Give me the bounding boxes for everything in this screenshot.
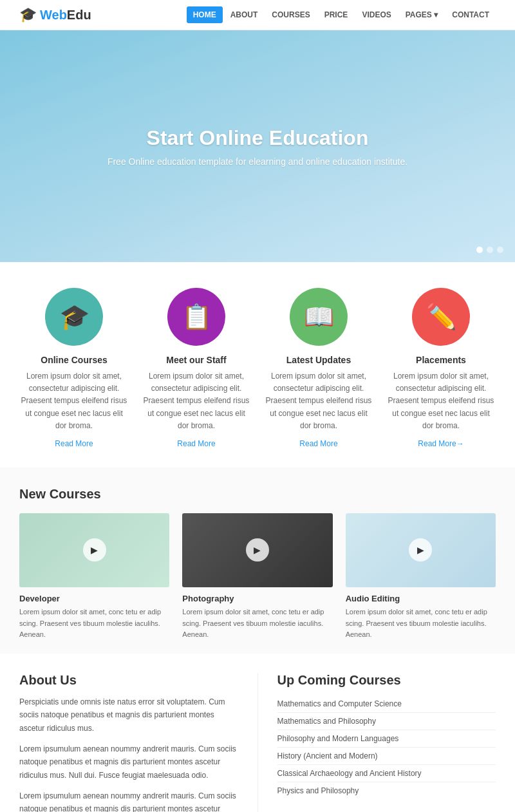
nav-item-videos[interactable]: VIDEOS	[355, 6, 397, 23]
feature-item-2: 📖 Latest Updates Lorem ipsum dolor sit a…	[264, 288, 373, 448]
about-us: About Us Perspiciatis unde omnis iste na…	[19, 673, 258, 812]
feature-text-2: Lorem ipsum dolor sit amet, consectetur …	[264, 370, 373, 432]
feature-link-1[interactable]: Read More	[177, 439, 215, 448]
features-section: 🎓 Online Courses Lorem ipsum dolor sit a…	[0, 262, 515, 467]
hero-dot-1[interactable]	[476, 247, 483, 253]
logo-cap-icon: 🎓	[19, 6, 37, 23]
feature-title-0: Online Courses	[19, 355, 129, 365]
new-courses-title: New Courses	[19, 487, 496, 502]
feature-icon-1: 📋	[167, 288, 225, 346]
hero-content: Start Online Education Free Online educa…	[108, 126, 407, 167]
header: 🎓 WebEdu HOMEABOUTCOURSESPRICEVIDEOSPAGE…	[0, 0, 515, 30]
course-desc-2: Lorem ipsum dolor sit amet, conc tetu er…	[346, 607, 496, 641]
course-name-2: Audio Editing	[346, 594, 496, 603]
about-upcoming-section: About Us Perspiciatis unde omnis iste na…	[0, 654, 515, 812]
feature-link-2[interactable]: Read More	[299, 439, 337, 448]
new-courses-section: New Courses ▶ Developer Lorem ipsum dolo…	[0, 467, 515, 654]
hero-section: Start Online Education Free Online educa…	[0, 30, 515, 262]
feature-item-0: 🎓 Online Courses Lorem ipsum dolor sit a…	[19, 288, 129, 448]
course-desc-1: Lorem ipsum dolor sit amet, conc tetu er…	[182, 607, 332, 641]
upcoming-item-2[interactable]: Philosophy and Modern Languages	[277, 730, 496, 748]
feature-title-1: Meet our Staff	[142, 355, 251, 365]
upcoming-title: Up Coming Courses	[277, 673, 496, 688]
hero-dot-3[interactable]	[497, 247, 503, 253]
course-thumb-2: ▶	[346, 513, 496, 587]
course-desc-0: Lorem ipsum dolor sit amet, conc tetu er…	[19, 607, 169, 641]
course-thumb-1: ▶	[182, 513, 332, 587]
about-para-2: Lorem ipsumulum aenean noummy andrerit m…	[19, 789, 238, 812]
nav-item-about[interactable]: ABOUT	[224, 6, 265, 23]
upcoming-item-0[interactable]: Mathematics and Computer Science	[277, 695, 496, 713]
nav-item-contact[interactable]: CONTACT	[445, 6, 496, 23]
upcoming-list: Mathematics and Computer ScienceMathemat…	[277, 695, 496, 799]
feature-icon-0: 🎓	[45, 288, 103, 346]
nav-item-pages[interactable]: PAGES ▾	[399, 6, 444, 23]
play-button-2[interactable]: ▶	[409, 538, 432, 562]
nav-item-courses[interactable]: COURSES	[265, 6, 316, 23]
course-card-1: ▶ Photography Lorem ipsum dolor sit amet…	[182, 513, 332, 641]
hero-dot-2[interactable]	[487, 247, 493, 253]
course-thumb-0: ▶	[19, 513, 169, 587]
hero-dots	[476, 247, 503, 253]
about-para-1: Lorem ipsumulum aenean noummy andrerit m…	[19, 742, 238, 782]
upcoming-item-4[interactable]: Classical Archaeology and Ancient Histor…	[277, 765, 496, 782]
upcoming-item-1[interactable]: Mathematics and Philosophy	[277, 713, 496, 730]
course-card-0: ▶ Developer Lorem ipsum dolor sit amet, …	[19, 513, 169, 641]
feature-link-0[interactable]: Read More	[55, 439, 93, 448]
logo[interactable]: 🎓 WebEdu	[19, 6, 91, 23]
logo-text: WebEdu	[40, 8, 91, 23]
feature-link-3[interactable]: Read More→	[418, 439, 464, 448]
course-card-2: ▶ Audio Editing Lorem ipsum dolor sit am…	[346, 513, 496, 641]
feature-title-2: Latest Updates	[264, 355, 373, 365]
feature-text-1: Lorem ipsum dolor sit amet, consectetur …	[142, 370, 251, 432]
nav-item-home[interactable]: HOME	[187, 6, 223, 23]
feature-item-3: ✏️ Placements Lorem ipsum dolor sit amet…	[386, 288, 496, 448]
feature-item-1: 📋 Meet our Staff Lorem ipsum dolor sit a…	[142, 288, 251, 448]
feature-icon-2: 📖	[290, 288, 348, 346]
hero-title: Start Online Education	[108, 126, 407, 150]
nav-item-price[interactable]: PRICE	[318, 6, 355, 23]
courses-grid: ▶ Developer Lorem ipsum dolor sit amet, …	[19, 513, 496, 641]
about-para-0: Perspiciatis unde omnis iste natus error…	[19, 695, 238, 735]
feature-icon-3: ✏️	[412, 288, 470, 346]
play-button-1[interactable]: ▶	[246, 538, 269, 562]
upcoming-courses: Up Coming Courses Mathematics and Comput…	[258, 673, 496, 812]
main-nav: HOMEABOUTCOURSESPRICEVIDEOSPAGES ▾CONTAC…	[187, 6, 496, 23]
hero-subtitle: Free Online education template for elear…	[108, 156, 407, 167]
feature-text-3: Lorem ipsum dolor sit amet, consectetur …	[386, 370, 496, 432]
course-name-0: Developer	[19, 594, 169, 603]
course-name-1: Photography	[182, 594, 332, 603]
feature-text-0: Lorem ipsum dolor sit amet, consectetur …	[19, 370, 129, 432]
play-button-0[interactable]: ▶	[83, 538, 106, 562]
upcoming-item-3[interactable]: History (Ancient and Modern)	[277, 748, 496, 765]
upcoming-item-5[interactable]: Physics and Philosophy	[277, 782, 496, 799]
feature-title-3: Placements	[386, 355, 496, 365]
about-title: About Us	[19, 673, 238, 688]
